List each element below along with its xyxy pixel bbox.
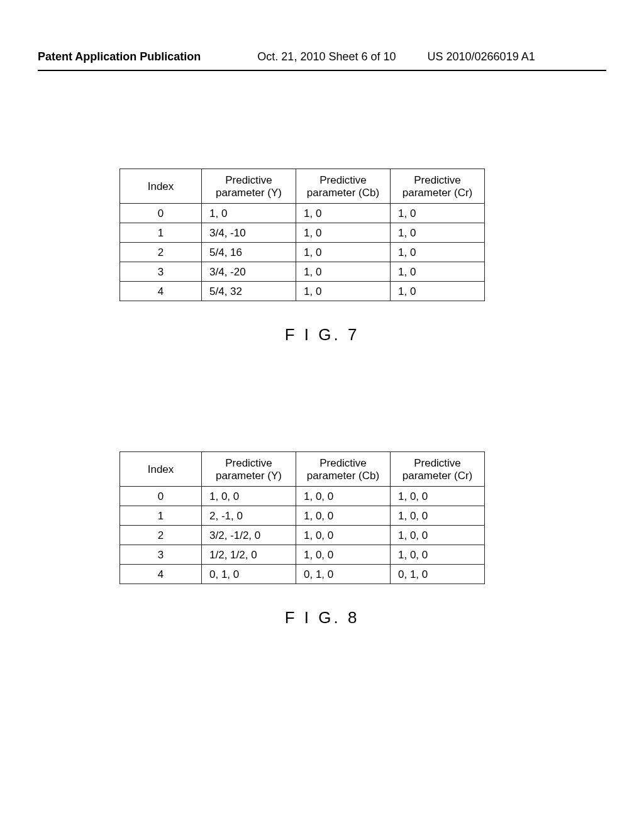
table-row: 2 5/4, 16 1, 0 1, 0 [120,243,485,262]
cell-cb: 1, 0, 0 [296,545,391,565]
fig7-label: F I G. 7 [0,325,644,345]
cell-cb: 1, 0, 0 [296,487,391,506]
cell-y: 3/2, -1/2, 0 [202,526,296,545]
fig7-table: Index Predictive parameter (Y) Predictiv… [119,169,485,301]
cell-cr: 1, 0 [391,243,485,262]
cell-y: 3/4, -10 [202,223,296,243]
col-index: Index [120,169,202,204]
cell-index: 4 [120,565,202,584]
col-cr: Predictive parameter (Cr) [391,452,485,487]
cell-y: 1, 0 [202,204,296,223]
cell-index: 3 [120,545,202,565]
col-y: Predictive parameter (Y) [202,452,296,487]
col-cb: Predictive parameter (Cb) [296,452,391,487]
cell-y: 2, -1, 0 [202,506,296,526]
cell-index: 1 [120,223,202,243]
fig8-table-wrap: Index Predictive parameter (Y) Predictiv… [119,451,484,584]
cell-cb: 1, 0 [296,223,391,243]
fig7-thead: Index Predictive parameter (Y) Predictiv… [120,169,485,204]
header-rule [38,70,606,71]
cell-cr: 1, 0 [391,282,485,301]
table-row: 0 1, 0, 0 1, 0, 0 1, 0, 0 [120,487,485,506]
cell-cb: 1, 0 [296,204,391,223]
cell-y: 1, 0, 0 [202,487,296,506]
cell-index: 0 [120,487,202,506]
header-right-text: US 2010/0266019 A1 [428,50,535,64]
fig8-table: Index Predictive parameter (Y) Predictiv… [119,451,485,584]
page-header: Patent Application Publication Oct. 21, … [0,0,644,70]
cell-cb: 1, 0, 0 [296,526,391,545]
cell-cb: 1, 0, 0 [296,506,391,526]
table-row: 3 3/4, -20 1, 0 1, 0 [120,262,485,282]
cell-index: 2 [120,526,202,545]
table-row: 4 0, 1, 0 0, 1, 0 0, 1, 0 [120,565,485,584]
cell-cr: 1, 0, 0 [391,506,485,526]
table-header-row: Index Predictive parameter (Y) Predictiv… [120,169,485,204]
header-center-text: Oct. 21, 2010 Sheet 6 of 10 [257,50,396,64]
cell-y: 3/4, -20 [202,262,296,282]
fig8-label: F I G. 8 [0,608,644,628]
cell-cb: 1, 0 [296,262,391,282]
cell-cr: 1, 0, 0 [391,545,485,565]
fig7-tbody: 0 1, 0 1, 0 1, 0 1 3/4, -10 1, 0 1, 0 2 … [120,204,485,301]
fig7-block: Index Predictive parameter (Y) Predictiv… [0,169,644,345]
table-header-row: Index Predictive parameter (Y) Predictiv… [120,452,485,487]
cell-cr: 1, 0 [391,223,485,243]
table-row: 1 3/4, -10 1, 0 1, 0 [120,223,485,243]
col-y: Predictive parameter (Y) [202,169,296,204]
table-row: 1 2, -1, 0 1, 0, 0 1, 0, 0 [120,506,485,526]
table-row: 4 5/4, 32 1, 0 1, 0 [120,282,485,301]
header-left-text: Patent Application Publication [38,50,201,64]
cell-index: 2 [120,243,202,262]
fig7-table-wrap: Index Predictive parameter (Y) Predictiv… [119,169,484,301]
cell-y: 0, 1, 0 [202,565,296,584]
cell-cb: 1, 0 [296,282,391,301]
cell-cr: 1, 0, 0 [391,487,485,506]
cell-cr: 0, 1, 0 [391,565,485,584]
cell-index: 1 [120,506,202,526]
cell-cr: 1, 0, 0 [391,526,485,545]
cell-y: 5/4, 16 [202,243,296,262]
fig8-block: Index Predictive parameter (Y) Predictiv… [0,451,644,628]
cell-cr: 1, 0 [391,204,485,223]
cell-cr: 1, 0 [391,262,485,282]
fig8-thead: Index Predictive parameter (Y) Predictiv… [120,452,485,487]
cell-cb: 1, 0 [296,243,391,262]
table-row: 2 3/2, -1/2, 0 1, 0, 0 1, 0, 0 [120,526,485,545]
fig8-tbody: 0 1, 0, 0 1, 0, 0 1, 0, 0 1 2, -1, 0 1, … [120,487,485,584]
cell-y: 5/4, 32 [202,282,296,301]
cell-index: 4 [120,282,202,301]
col-cr: Predictive parameter (Cr) [391,169,485,204]
cell-cb: 0, 1, 0 [296,565,391,584]
patent-page: Patent Application Publication Oct. 21, … [0,0,644,830]
cell-index: 3 [120,262,202,282]
col-cb: Predictive parameter (Cb) [296,169,391,204]
cell-index: 0 [120,204,202,223]
col-index: Index [120,452,202,487]
table-row: 3 1/2, 1/2, 0 1, 0, 0 1, 0, 0 [120,545,485,565]
table-row: 0 1, 0 1, 0 1, 0 [120,204,485,223]
cell-y: 1/2, 1/2, 0 [202,545,296,565]
